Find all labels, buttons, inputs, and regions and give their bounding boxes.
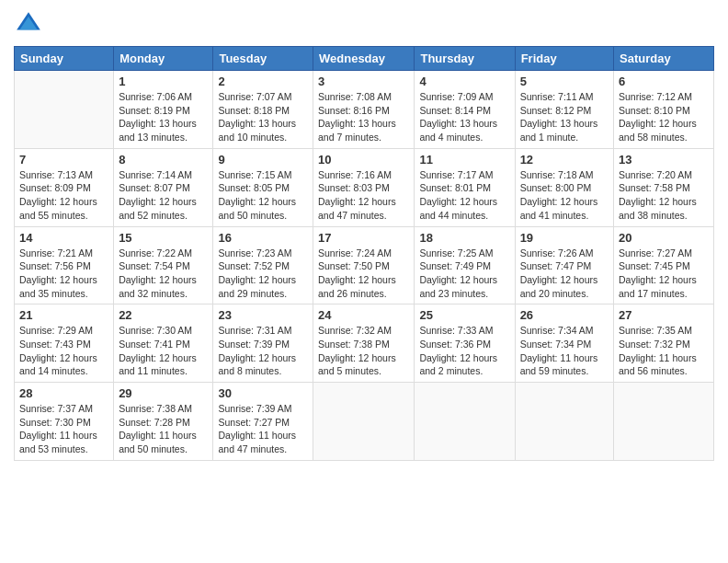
day-info: Sunrise: 7:17 AMSunset: 8:01 PMDaylight:… xyxy=(419,168,509,223)
day-info: Sunrise: 7:27 AMSunset: 7:45 PMDaylight:… xyxy=(619,247,709,301)
header-day: Sunday xyxy=(15,47,114,71)
calendar-week: 1Sunrise: 7:06 AMSunset: 8:19 PMDaylight… xyxy=(15,71,714,149)
day-info: Sunrise: 7:24 AMSunset: 7:50 PMDaylight:… xyxy=(318,247,409,301)
calendar-cell xyxy=(415,383,515,461)
calendar-cell: 29Sunrise: 7:38 AMSunset: 7:28 PMDayligh… xyxy=(114,383,213,461)
day-info: Sunrise: 7:39 AMSunset: 7:27 PMDaylight:… xyxy=(218,402,308,456)
calendar-cell: 6Sunrise: 7:12 AMSunset: 8:10 PMDaylight… xyxy=(614,71,714,149)
calendar-cell: 10Sunrise: 7:16 AMSunset: 8:03 PMDayligh… xyxy=(313,148,415,226)
day-info: Sunrise: 7:32 AMSunset: 7:38 PMDaylight:… xyxy=(318,324,409,378)
calendar-cell: 1Sunrise: 7:06 AMSunset: 8:19 PMDaylight… xyxy=(114,71,213,149)
header-day: Friday xyxy=(515,47,613,71)
calendar-cell: 12Sunrise: 7:18 AMSunset: 8:00 PMDayligh… xyxy=(515,148,613,226)
day-info: Sunrise: 7:15 AMSunset: 8:05 PMDaylight:… xyxy=(218,168,308,223)
calendar-cell: 27Sunrise: 7:35 AMSunset: 7:32 PMDayligh… xyxy=(614,304,714,383)
calendar-cell: 5Sunrise: 7:11 AMSunset: 8:12 PMDaylight… xyxy=(515,71,613,149)
day-number: 27 xyxy=(619,308,709,322)
day-number: 15 xyxy=(119,231,208,245)
calendar-cell: 25Sunrise: 7:33 AMSunset: 7:36 PMDayligh… xyxy=(415,304,515,383)
day-number: 25 xyxy=(419,308,509,322)
header xyxy=(14,9,714,39)
day-info: Sunrise: 7:34 AMSunset: 7:34 PMDaylight:… xyxy=(520,324,609,378)
calendar-cell: 3Sunrise: 7:08 AMSunset: 8:16 PMDaylight… xyxy=(313,71,415,149)
day-number: 11 xyxy=(419,153,509,167)
header-day: Wednesday xyxy=(313,47,415,71)
day-number: 13 xyxy=(619,153,709,167)
calendar-cell xyxy=(614,383,714,461)
day-number: 14 xyxy=(19,231,108,245)
calendar-cell: 2Sunrise: 7:07 AMSunset: 8:18 PMDaylight… xyxy=(213,71,313,149)
day-info: Sunrise: 7:30 AMSunset: 7:41 PMDaylight:… xyxy=(119,324,208,378)
day-number: 28 xyxy=(19,386,108,400)
day-info: Sunrise: 7:31 AMSunset: 7:39 PMDaylight:… xyxy=(218,324,308,378)
day-info: Sunrise: 7:38 AMSunset: 7:28 PMDaylight:… xyxy=(119,402,208,456)
logo-icon xyxy=(14,9,43,39)
calendar-cell: 14Sunrise: 7:21 AMSunset: 7:56 PMDayligh… xyxy=(15,226,114,304)
calendar-cell xyxy=(313,383,415,461)
calendar-cell: 23Sunrise: 7:31 AMSunset: 7:39 PMDayligh… xyxy=(213,304,313,383)
day-number: 6 xyxy=(619,75,709,88)
header-day: Tuesday xyxy=(213,47,313,71)
header-day: Saturday xyxy=(614,47,714,71)
calendar-cell: 8Sunrise: 7:14 AMSunset: 8:07 PMDaylight… xyxy=(114,148,213,226)
day-number: 12 xyxy=(520,153,609,167)
day-info: Sunrise: 7:18 AMSunset: 8:00 PMDaylight:… xyxy=(520,168,609,223)
day-number: 8 xyxy=(119,153,208,167)
header-day: Thursday xyxy=(415,47,515,71)
day-number: 18 xyxy=(419,231,509,245)
day-info: Sunrise: 7:20 AMSunset: 7:58 PMDaylight:… xyxy=(619,168,709,223)
day-info: Sunrise: 7:37 AMSunset: 7:30 PMDaylight:… xyxy=(19,402,108,456)
calendar-week: 7Sunrise: 7:13 AMSunset: 8:09 PMDaylight… xyxy=(15,148,714,226)
header-day: Monday xyxy=(114,47,213,71)
calendar-cell: 11Sunrise: 7:17 AMSunset: 8:01 PMDayligh… xyxy=(415,148,515,226)
calendar-cell: 30Sunrise: 7:39 AMSunset: 7:27 PMDayligh… xyxy=(213,383,313,461)
day-info: Sunrise: 7:14 AMSunset: 8:07 PMDaylight:… xyxy=(119,168,208,223)
calendar-cell: 24Sunrise: 7:32 AMSunset: 7:38 PMDayligh… xyxy=(313,304,415,383)
day-number: 19 xyxy=(520,231,609,245)
day-info: Sunrise: 7:21 AMSunset: 7:56 PMDaylight:… xyxy=(19,247,108,301)
day-info: Sunrise: 7:06 AMSunset: 8:19 PMDaylight:… xyxy=(119,90,208,144)
calendar-cell: 19Sunrise: 7:26 AMSunset: 7:47 PMDayligh… xyxy=(515,226,613,304)
day-number: 26 xyxy=(520,308,609,322)
calendar-cell: 18Sunrise: 7:25 AMSunset: 7:49 PMDayligh… xyxy=(415,226,515,304)
calendar-cell: 21Sunrise: 7:29 AMSunset: 7:43 PMDayligh… xyxy=(15,304,114,383)
day-number: 23 xyxy=(218,308,308,322)
day-info: Sunrise: 7:22 AMSunset: 7:54 PMDaylight:… xyxy=(119,247,208,301)
day-number: 7 xyxy=(19,153,108,167)
calendar-cell: 13Sunrise: 7:20 AMSunset: 7:58 PMDayligh… xyxy=(614,148,714,226)
day-number: 24 xyxy=(318,308,409,322)
day-info: Sunrise: 7:26 AMSunset: 7:47 PMDaylight:… xyxy=(520,247,609,301)
day-number: 1 xyxy=(119,75,208,88)
calendar-cell: 7Sunrise: 7:13 AMSunset: 8:09 PMDaylight… xyxy=(15,148,114,226)
day-info: Sunrise: 7:23 AMSunset: 7:52 PMDaylight:… xyxy=(218,247,308,301)
day-info: Sunrise: 7:13 AMSunset: 8:09 PMDaylight:… xyxy=(19,168,108,223)
day-info: Sunrise: 7:12 AMSunset: 8:10 PMDaylight:… xyxy=(619,90,709,144)
calendar-cell: 17Sunrise: 7:24 AMSunset: 7:50 PMDayligh… xyxy=(313,226,415,304)
calendar-week: 21Sunrise: 7:29 AMSunset: 7:43 PMDayligh… xyxy=(15,304,714,383)
logo xyxy=(14,9,47,39)
day-number: 30 xyxy=(218,386,308,400)
calendar-week: 28Sunrise: 7:37 AMSunset: 7:30 PMDayligh… xyxy=(15,383,714,461)
calendar-cell: 26Sunrise: 7:34 AMSunset: 7:34 PMDayligh… xyxy=(515,304,613,383)
calendar-cell: 16Sunrise: 7:23 AMSunset: 7:52 PMDayligh… xyxy=(213,226,313,304)
calendar-cell: 22Sunrise: 7:30 AMSunset: 7:41 PMDayligh… xyxy=(114,304,213,383)
day-info: Sunrise: 7:09 AMSunset: 8:14 PMDaylight:… xyxy=(419,90,509,144)
calendar-cell: 15Sunrise: 7:22 AMSunset: 7:54 PMDayligh… xyxy=(114,226,213,304)
calendar-cell: 4Sunrise: 7:09 AMSunset: 8:14 PMDaylight… xyxy=(415,71,515,149)
day-number: 29 xyxy=(119,386,208,400)
day-info: Sunrise: 7:07 AMSunset: 8:18 PMDaylight:… xyxy=(218,90,308,144)
day-info: Sunrise: 7:35 AMSunset: 7:32 PMDaylight:… xyxy=(619,324,709,378)
day-number: 9 xyxy=(218,153,308,167)
calendar-week: 14Sunrise: 7:21 AMSunset: 7:56 PMDayligh… xyxy=(15,226,714,304)
day-number: 3 xyxy=(318,75,409,88)
page: SundayMondayTuesdayWednesdayThursdayFrid… xyxy=(0,0,728,563)
calendar-cell xyxy=(15,71,114,149)
day-info: Sunrise: 7:08 AMSunset: 8:16 PMDaylight:… xyxy=(318,90,409,144)
day-info: Sunrise: 7:29 AMSunset: 7:43 PMDaylight:… xyxy=(19,324,108,378)
day-number: 22 xyxy=(119,308,208,322)
day-number: 5 xyxy=(520,75,609,88)
day-info: Sunrise: 7:11 AMSunset: 8:12 PMDaylight:… xyxy=(520,90,609,144)
day-number: 21 xyxy=(19,308,108,322)
header-row: SundayMondayTuesdayWednesdayThursdayFrid… xyxy=(15,47,714,71)
day-info: Sunrise: 7:33 AMSunset: 7:36 PMDaylight:… xyxy=(419,324,509,378)
